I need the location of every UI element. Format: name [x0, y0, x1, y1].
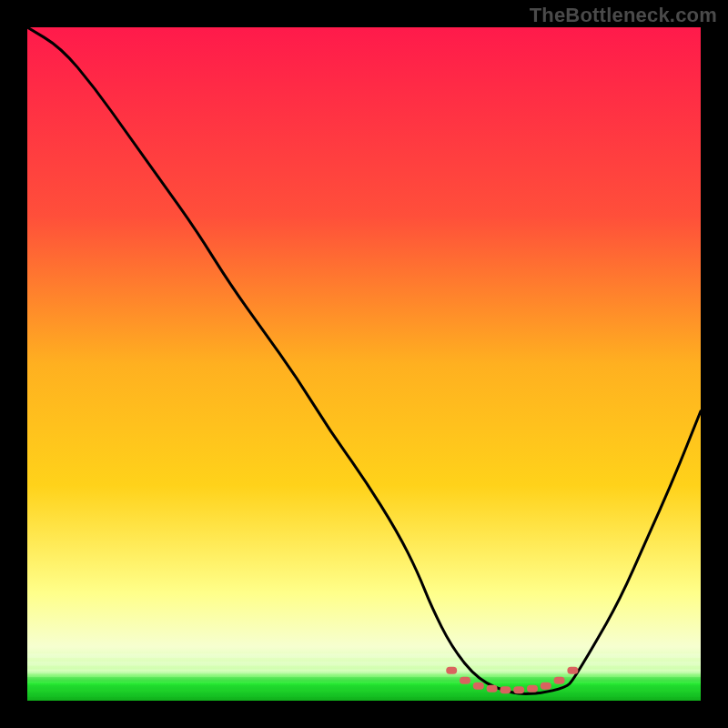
optimal-marker [567, 667, 578, 674]
optimal-marker [554, 677, 565, 684]
optimal-marker [446, 667, 457, 674]
optimal-marker [487, 685, 498, 693]
optimal-marker [473, 682, 484, 690]
chart-frame: TheBottleneck.com [0, 0, 728, 728]
optimal-marker [500, 686, 511, 693]
optimal-marker [460, 677, 470, 684]
band-stripe [27, 662, 701, 666]
optimal-marker [513, 686, 524, 693]
plot-gradient [27, 27, 701, 701]
bottleneck-chart [0, 0, 728, 728]
band-stripe [27, 669, 701, 673]
watermark-label: TheBottleneck.com [530, 4, 717, 27]
optimal-marker [541, 682, 551, 690]
band-stripe [27, 693, 701, 697]
band-stripe [27, 677, 701, 682]
band-stripe [27, 685, 701, 690]
band-stripe [27, 653, 701, 658]
optimal-marker [527, 685, 538, 693]
